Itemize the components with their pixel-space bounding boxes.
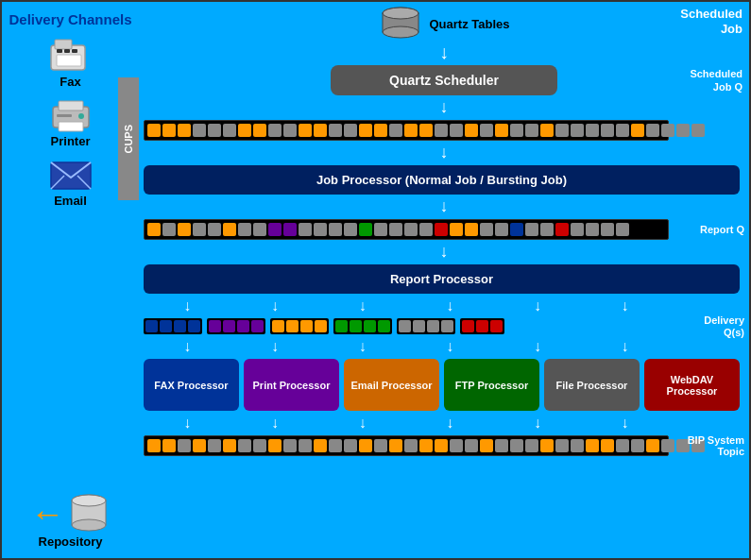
processor-3: FTP Processor bbox=[444, 359, 539, 411]
printer-label: Printer bbox=[51, 134, 91, 148]
svg-rect-4 bbox=[64, 49, 70, 53]
sidebar-item-fax: Fax bbox=[47, 37, 94, 89]
left-arrow-icon: ← bbox=[31, 494, 65, 534]
svg-rect-2 bbox=[57, 55, 81, 66]
repository-label: Repository bbox=[39, 535, 103, 549]
delivery-arrows: ↓ ↓ ↓ ↓ ↓ ↓ bbox=[144, 297, 669, 314]
bip-system-topic-label: BIP SystemTopic bbox=[688, 434, 744, 457]
cups-bar: CUPS bbox=[118, 77, 139, 200]
svg-rect-10 bbox=[57, 114, 72, 117]
scheduled-q-row bbox=[144, 120, 744, 141]
report-q-squares bbox=[144, 219, 669, 240]
processor-2: Email Processor bbox=[344, 359, 439, 411]
svg-point-21 bbox=[383, 8, 418, 19]
svg-rect-5 bbox=[72, 49, 77, 53]
bip-q-squares bbox=[144, 435, 669, 456]
bip-arrows: ↓ ↓ ↓ ↓ ↓ ↓ bbox=[144, 415, 669, 432]
quartz-tables-label: Quartz Tables bbox=[429, 17, 509, 31]
report-q-label: Report Q bbox=[700, 224, 744, 235]
scheduled-q-squares bbox=[144, 120, 669, 141]
svg-point-16 bbox=[72, 519, 106, 531]
fax-icon bbox=[47, 37, 94, 75]
repository-item: ← Repository bbox=[31, 493, 111, 549]
email-icon bbox=[47, 156, 94, 194]
left-sidebar: Delivery Channels Fax bbox=[2, 2, 139, 558]
delivery-channels-label: Delivery Channels bbox=[9, 11, 131, 27]
processor-0: FAX Processor bbox=[144, 359, 239, 411]
scheduled-job-q-label: ScheduledJob Q bbox=[690, 67, 742, 94]
arrow2: ↓ bbox=[144, 143, 744, 162]
job-processor-box: Job Processor (Normal Job / Bursting Job… bbox=[144, 165, 740, 195]
svg-rect-8 bbox=[59, 122, 83, 131]
main-container: Delivery Channels Fax bbox=[0, 0, 751, 560]
arrow4: ↓ bbox=[144, 242, 744, 262]
svg-point-9 bbox=[78, 113, 84, 119]
processor-1: Print Processor bbox=[244, 359, 339, 411]
cups-label: CUPS bbox=[123, 125, 134, 154]
quartz-scheduler-box: Quartz Scheduler bbox=[331, 65, 557, 95]
delivery-q-row: DeliveryQ(s) bbox=[144, 318, 744, 334]
arrow3: ↓ bbox=[144, 196, 744, 216]
arrow1: ↓ bbox=[144, 97, 744, 117]
delivery-q-label: DeliveryQ(s) bbox=[704, 314, 744, 338]
arrow-quartz-down: ↓ bbox=[439, 42, 449, 61]
svg-rect-3 bbox=[57, 49, 62, 53]
report-q-row: Report Q bbox=[144, 219, 744, 240]
sidebar-item-printer: Printer bbox=[47, 96, 94, 148]
main-content: Quartz Tables ↓ ScheduledJob Quartz Sche… bbox=[139, 2, 749, 558]
processor-5: WebDAV Processor bbox=[644, 359, 740, 411]
svg-point-17 bbox=[72, 495, 106, 506]
email-label: Email bbox=[54, 194, 87, 208]
processor-arrows: ↓ ↓ ↓ ↓ ↓ ↓ bbox=[144, 338, 669, 355]
scheduled-job-label: ScheduledJob bbox=[680, 7, 742, 36]
svg-rect-1 bbox=[55, 40, 72, 49]
quartz-tables-icon bbox=[378, 7, 423, 41]
svg-rect-7 bbox=[59, 101, 83, 110]
sidebar-item-email: Email bbox=[47, 156, 94, 208]
printer-icon bbox=[47, 96, 94, 134]
svg-point-20 bbox=[383, 26, 418, 38]
processor-4: File Processor bbox=[544, 359, 640, 411]
processors-row: FAX ProcessorPrint ProcessorEmail Proces… bbox=[144, 359, 740, 411]
report-processor-box: Report Processor bbox=[144, 264, 740, 294]
repository-icon bbox=[67, 493, 111, 535]
fax-label: Fax bbox=[60, 75, 80, 89]
bip-q-row: BIP SystemTopic bbox=[144, 435, 744, 456]
